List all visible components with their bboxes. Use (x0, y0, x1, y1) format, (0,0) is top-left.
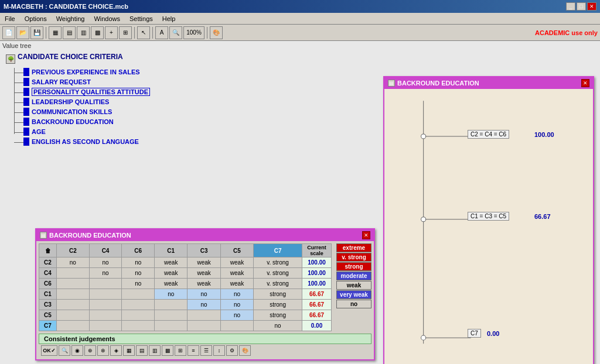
text-tool[interactable]: A (155, 26, 168, 39)
dialog-tool-13[interactable]: ⚙ (226, 345, 238, 356)
svg-point-5 (421, 217, 426, 222)
cell-c7-c4 (89, 321, 122, 331)
dialog-tool-6[interactable]: ▤ (136, 345, 148, 356)
cell-c2-c7[interactable]: v. strong (254, 257, 302, 268)
cell-c7-c3 (188, 321, 220, 331)
cell-c6-c5[interactable]: weak (220, 279, 253, 289)
cell-c1-c7[interactable]: strong (254, 289, 302, 300)
menu-options[interactable]: Options (22, 15, 49, 22)
tool-6[interactable]: ⊞ (119, 26, 132, 39)
dialog-tool-11[interactable]: ☰ (200, 345, 212, 356)
dialog-tool-8[interactable]: ▩ (162, 345, 173, 356)
minimize-button[interactable]: _ (566, 2, 575, 11)
tool-4[interactable]: ▩ (91, 26, 104, 39)
cell-c5-c3 (188, 310, 220, 321)
cell-c6-c3[interactable]: weak (188, 279, 220, 289)
tree-node-5[interactable]: BACKROUND EDUCATION (23, 118, 229, 126)
tree-node-2[interactable]: PERSONALITY QUALITIES ATTITUDE (23, 88, 229, 96)
cell-c2-c6[interactable]: no (122, 257, 155, 268)
cell-c3-c3[interactable]: no (188, 300, 220, 310)
dialog-tool-4[interactable]: ◈ (110, 345, 122, 356)
cell-c4-c3[interactable]: weak (188, 268, 220, 279)
cell-c1-c3[interactable]: no (188, 289, 220, 300)
cell-c2-c3[interactable]: weak (188, 257, 220, 268)
dialog-tool-1[interactable]: ◉ (71, 345, 83, 356)
dialog-tool-7[interactable]: ▥ (149, 345, 161, 356)
menu-settings[interactable]: Settings (127, 15, 155, 22)
dialog-toolbar: OK✓ 🔍 ◉ ⊕ ⊗ ◈ ▦ ▤ ▥ ▩ ⊞ ≡ ☰ ↕ ⚙ 🎨 (39, 344, 371, 357)
cell-c2-c2[interactable]: no (57, 257, 90, 268)
scale-vstrong-btn[interactable]: v. strong (336, 253, 371, 262)
col-header-c1: C1 (155, 244, 188, 257)
dialog-tool-12[interactable]: ↕ (213, 345, 225, 356)
cell-c4-c6[interactable]: no (122, 268, 155, 279)
tree-node-1[interactable]: SALARY REQUEST (23, 78, 229, 86)
chart-window: ▤ BACKROUND EDUCATION ✕ C2 = C4 = C6 (383, 76, 594, 364)
row-header-c7: C7 (39, 321, 57, 331)
cell-c4-c4[interactable]: no (89, 268, 122, 279)
menu-file[interactable]: File (2, 15, 18, 22)
cell-c4-c5[interactable]: weak (220, 268, 253, 279)
tool-3[interactable]: ▥ (77, 26, 90, 39)
cell-c7-c7[interactable]: no (254, 321, 302, 331)
menu-windows[interactable]: Windows (91, 15, 122, 22)
cell-c6-c1[interactable]: weak (155, 279, 188, 289)
tool-5[interactable]: + (105, 26, 118, 39)
tool-2[interactable]: ▤ (63, 26, 76, 39)
tree-node-7[interactable]: ENGLISH AS SECOND LANGUAGE (23, 138, 229, 146)
matrix-dialog-title: BACKROUND EDUCATION (49, 232, 131, 239)
scale-strong-btn[interactable]: strong (336, 262, 371, 271)
dialog-tool-5[interactable]: ▦ (123, 345, 135, 356)
cell-c2-c1[interactable]: weak (155, 257, 188, 268)
new-button[interactable]: 📄 (2, 26, 15, 39)
save-button[interactable]: 💾 (30, 26, 43, 39)
dialog-tool-10[interactable]: ≡ (188, 345, 199, 356)
cell-c3-c5[interactable]: no (220, 300, 253, 310)
row-header-c1: C1 (39, 289, 57, 300)
dialog-tool-14[interactable]: 🎨 (239, 345, 251, 356)
cell-c1-c5[interactable]: no (220, 289, 253, 300)
cell-c1-c1[interactable]: no (155, 289, 188, 300)
scale-moderate-btn[interactable]: moderate (336, 272, 371, 280)
scale-extreme-btn[interactable]: extreme (336, 243, 371, 252)
menu-weighting[interactable]: Weighting (54, 15, 87, 22)
dialog-tool-ok[interactable]: OK✓ (41, 345, 57, 356)
node-icon-4 (23, 108, 29, 116)
scale-no-btn[interactable]: no (336, 300, 371, 308)
cell-c3-c1 (155, 300, 188, 310)
cell-c2-c4[interactable]: no (89, 257, 122, 268)
cell-c4-c7[interactable]: v. strong (254, 268, 302, 279)
dialog-tool-3[interactable]: ⊗ (97, 345, 109, 356)
tree-node-4[interactable]: COMMUNICATION SKILLS (23, 108, 229, 116)
cell-c6-c6[interactable]: no (122, 279, 155, 289)
cursor-tool[interactable]: ↖ (137, 26, 150, 39)
cell-c3-c7[interactable]: strong (254, 300, 302, 310)
close-button[interactable]: ✕ (587, 2, 596, 11)
tree-node-0[interactable]: PREVIOUS EXPERIENCE IN SALES (23, 68, 229, 76)
tree-node-3[interactable]: LEADERSHIP QUALITIES (23, 98, 229, 106)
table-row-c4: C4 no no weak weak weak v. strong 100.00 (39, 268, 332, 279)
dialog-tool-9[interactable]: ⊞ (175, 345, 186, 356)
chart-content: C2 = C4 = C6 100.00 C1 = C3 = C5 66.67 C… (384, 89, 593, 364)
tool-1[interactable]: ▦ (49, 26, 62, 39)
cell-c5-c2 (57, 310, 90, 321)
matrix-dialog-close[interactable]: ✕ (362, 231, 370, 239)
node-label-6: AGE (32, 128, 46, 135)
tree-node-6[interactable]: AGE (23, 128, 229, 136)
cell-c2-c5[interactable]: weak (220, 257, 253, 268)
cell-c5-c7[interactable]: strong (254, 310, 302, 321)
cell-c5-c5[interactable]: no (220, 310, 253, 321)
matrix-dialog-content: 🗑 C2 C4 C6 C1 C3 C5 C7 Current scale (36, 241, 374, 359)
zoom-tool[interactable]: 🔍 (169, 26, 182, 39)
menu-help[interactable]: Help (160, 15, 178, 22)
scale-veryweak-btn[interactable]: very weak (336, 290, 371, 299)
open-button[interactable]: 📂 (16, 26, 29, 39)
dialog-tool-2[interactable]: ⊕ (84, 345, 96, 356)
cell-c4-c1[interactable]: weak (155, 268, 188, 279)
color-tool[interactable]: 🎨 (210, 26, 223, 39)
dialog-tool-search[interactable]: 🔍 (59, 345, 70, 356)
scale-weak-btn[interactable]: weak (336, 281, 371, 290)
maximize-button[interactable]: □ (577, 2, 586, 11)
chart-close-btn[interactable]: ✕ (581, 79, 589, 87)
cell-c6-c7[interactable]: v. strong (254, 279, 302, 289)
